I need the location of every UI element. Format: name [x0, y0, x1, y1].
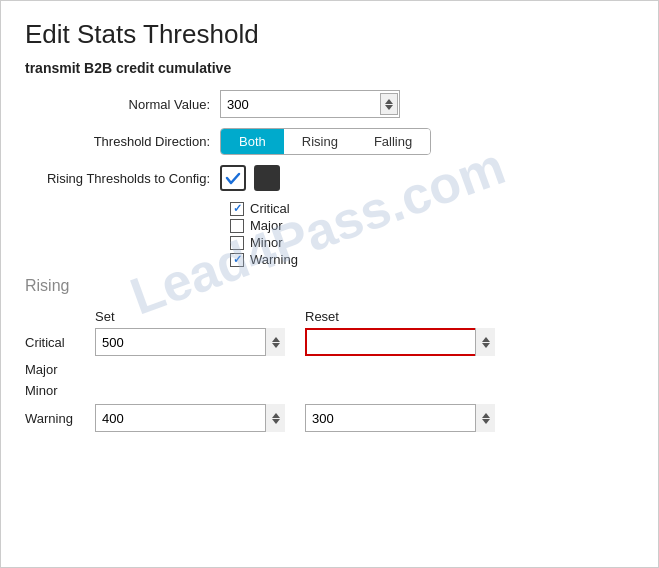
warning-reset-arrow-up [482, 413, 490, 418]
cb-critical-box[interactable]: ✓ [230, 202, 244, 216]
row-warning: Warning [25, 404, 634, 432]
warning-set-input[interactable] [95, 404, 285, 432]
warning-set-arrow-down [272, 419, 280, 424]
critical-set-arrows [272, 337, 280, 348]
checkmark-svg [225, 170, 241, 186]
cb-critical-check: ✓ [233, 202, 242, 215]
config-icons [220, 165, 280, 191]
spinner-arrows-icon [385, 99, 393, 110]
warning-reset-input-group [305, 404, 495, 432]
check-mark-icon[interactable] [220, 165, 246, 191]
cb-minor-box[interactable] [230, 236, 244, 250]
subtitle: transmit B2B credit cumulative [25, 60, 634, 76]
cb-warning-box[interactable]: ✓ [230, 253, 244, 267]
page-title: Edit Stats Threshold [25, 19, 634, 50]
row-minor-label: Minor [25, 383, 95, 398]
normal-value-spinner[interactable] [380, 93, 398, 115]
warning-reset-arrows [482, 413, 490, 424]
critical-reset-input-group [305, 328, 495, 356]
warning-set-input-group [95, 404, 285, 432]
normal-value-input-wrapper [220, 90, 400, 118]
critical-reset-arrows [482, 337, 490, 348]
cb-minor-label: Minor [250, 235, 283, 250]
warning-reset-spinner[interactable] [475, 404, 495, 432]
checkboxes-list: ✓ Critical Major Minor ✓ Warning [230, 201, 634, 267]
arrow-up-icon [385, 99, 393, 104]
normal-value-input[interactable] [220, 90, 400, 118]
checkbox-minor: Minor [230, 235, 634, 250]
main-container: Edit Stats Threshold transmit B2B credit… [0, 0, 659, 568]
warning-set-arrow-up [272, 413, 280, 418]
row-warning-set [95, 404, 305, 432]
checkbox-warning: ✓ Warning [230, 252, 634, 267]
row-major-label: Major [25, 362, 95, 377]
row-critical-reset [305, 328, 515, 356]
critical-set-input[interactable] [95, 328, 285, 356]
checkbox-major: Major [230, 218, 634, 233]
cb-warning-label: Warning [250, 252, 298, 267]
row-critical: Critical [25, 328, 634, 356]
normal-value-row: Normal Value: [25, 90, 634, 118]
row-warning-reset [305, 404, 515, 432]
warning-set-arrows [272, 413, 280, 424]
threshold-direction-row: Threshold Direction: Both Rising Falling [25, 128, 634, 155]
warning-set-spinner[interactable] [265, 404, 285, 432]
stop-icon[interactable] [254, 165, 280, 191]
arrow-down-icon [385, 105, 393, 110]
row-major: Major [25, 362, 634, 377]
critical-set-arrow-up [272, 337, 280, 342]
critical-reset-arrow-down [482, 343, 490, 348]
row-critical-label: Critical [25, 335, 95, 350]
critical-reset-arrow-up [482, 337, 490, 342]
warning-reset-input[interactable] [305, 404, 495, 432]
warning-reset-arrow-down [482, 419, 490, 424]
checkbox-critical: ✓ Critical [230, 201, 634, 216]
rising-config-label: Rising Thresholds to Config: [25, 171, 220, 186]
rising-config-row: Rising Thresholds to Config: [25, 165, 634, 191]
threshold-direction-label: Threshold Direction: [25, 134, 220, 149]
critical-reset-spinner[interactable] [475, 328, 495, 356]
direction-btn-falling[interactable]: Falling [356, 129, 430, 154]
normal-value-label: Normal Value: [25, 97, 220, 112]
row-critical-set [95, 328, 305, 356]
direction-button-group: Both Rising Falling [220, 128, 431, 155]
cb-warning-check: ✓ [233, 253, 242, 266]
col-headers-row: Set Reset [95, 309, 634, 324]
direction-btn-rising[interactable]: Rising [284, 129, 356, 154]
row-minor: Minor [25, 383, 634, 398]
critical-reset-input[interactable] [305, 328, 495, 356]
critical-set-input-group [95, 328, 285, 356]
col-header-set: Set [95, 309, 305, 324]
cb-critical-label: Critical [250, 201, 290, 216]
rising-section-heading: Rising [25, 277, 634, 295]
critical-set-spinner[interactable] [265, 328, 285, 356]
critical-set-arrow-down [272, 343, 280, 348]
row-warning-label: Warning [25, 411, 95, 426]
cb-major-box[interactable] [230, 219, 244, 233]
cb-major-label: Major [250, 218, 283, 233]
direction-btn-both[interactable]: Both [221, 129, 284, 154]
col-header-reset: Reset [305, 309, 515, 324]
